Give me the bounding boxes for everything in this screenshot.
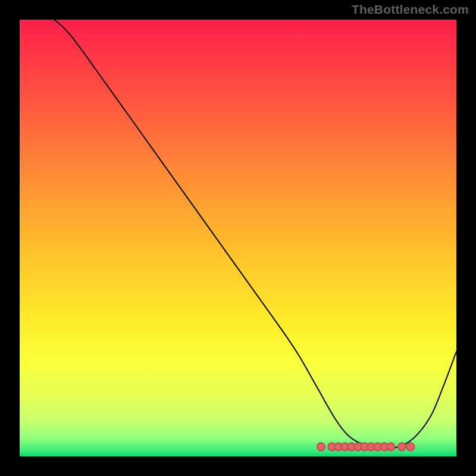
marker-dot — [406, 443, 414, 450]
marker-dot — [398, 443, 406, 450]
curve-layer — [20, 20, 456, 456]
marker-dot — [317, 443, 325, 450]
watermark-text: TheBottleneck.com — [352, 2, 469, 17]
plot-area — [20, 20, 456, 456]
chart-frame: { "watermark": "TheBottleneck.com", "col… — [0, 0, 476, 476]
main-curve — [55, 20, 456, 449]
marker-dot — [387, 443, 394, 450]
floor-markers — [317, 443, 415, 450]
